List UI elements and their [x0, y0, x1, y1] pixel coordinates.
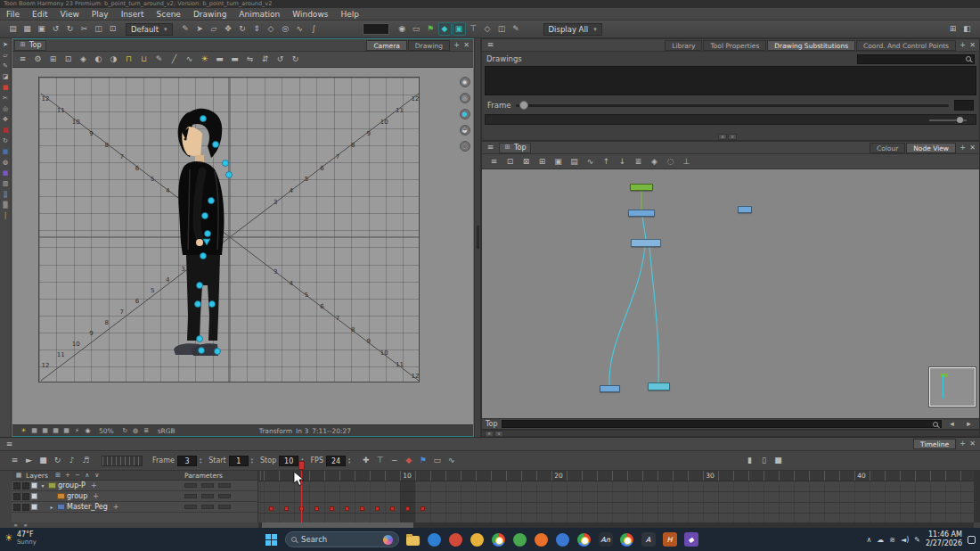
colour-picker-icon[interactable]: ◍: [1, 158, 11, 168]
control-point[interactable]: [215, 349, 221, 355]
control-point[interactable]: [200, 116, 207, 122]
marker-blue-icon[interactable]: ⚑: [416, 454, 429, 467]
volume-icon[interactable]: ◄): [901, 536, 909, 544]
rotate-cw-icon[interactable]: ↻: [289, 53, 302, 66]
group-nodes-icon[interactable]: ▣: [551, 155, 565, 169]
view-label-tab[interactable]: ⊞ Top: [499, 143, 531, 153]
camera-icon[interactable]: ▦: [14, 471, 23, 480]
frame-ruler[interactable]: 10203040: [258, 471, 974, 481]
translate-tool-icon[interactable]: ✥: [222, 22, 235, 36]
node-master-peg[interactable]: [631, 239, 661, 247]
timeline-vscrollbar[interactable]: [974, 471, 980, 522]
parameter-slot[interactable]: [184, 505, 197, 509]
globe-icon[interactable]: ◍: [131, 426, 141, 436]
control-point[interactable]: [223, 160, 229, 167]
thumbnail-size-knob[interactable]: [957, 117, 963, 123]
layer-onion-icon[interactable]: [22, 493, 29, 500]
transform-tool-icon[interactable]: ▱: [208, 22, 221, 36]
camera-viewport[interactable]: 1212121211111111101010109999888877776666…: [12, 68, 473, 424]
character-drawing[interactable]: [170, 107, 241, 366]
marker-red-icon[interactable]: ◆: [402, 454, 415, 467]
onion-range-icon[interactable]: ▭: [430, 454, 444, 467]
panel-menu-icon[interactable]: ≡: [484, 141, 497, 154]
hand-tool-icon[interactable]: ✥: [1, 115, 11, 125]
menu-icon[interactable]: ≡: [8, 454, 21, 467]
harmony-icon[interactable]: ◆: [683, 532, 698, 547]
delete-layer-icon[interactable]: −: [388, 454, 401, 467]
layer-lock-icon[interactable]: [13, 482, 20, 489]
show-functions-icon[interactable]: ⊞: [53, 471, 62, 480]
hidden-icons-chevron[interactable]: ∧: [866, 536, 871, 544]
close-view-button[interactable]: ✕: [461, 40, 471, 50]
backdrop-icon[interactable]: ▤: [568, 155, 581, 169]
brush-tool-icon[interactable]: ✎: [1, 62, 11, 71]
ruler-icon[interactable]: │: [1, 211, 11, 221]
control-point[interactable]: [213, 142, 219, 148]
start-button[interactable]: [264, 532, 279, 547]
frame-value-box[interactable]: [954, 100, 974, 111]
add-view-button[interactable]: +: [958, 143, 968, 152]
layer-onion-icon[interactable]: [22, 504, 29, 511]
parameter-slot[interactable]: [201, 494, 214, 498]
menu-animation[interactable]: Animation: [233, 10, 286, 19]
zoom-level[interactable]: 50%: [99, 427, 114, 435]
collapse-down-button[interactable]: ∨: [494, 431, 503, 437]
volume-toggle[interactable]: ♬: [79, 454, 93, 467]
fps-stepper[interactable]: ▴▾: [348, 457, 350, 465]
paste-icon[interactable]: ⊡: [106, 22, 119, 36]
cut-icon[interactable]: ✂: [78, 22, 91, 36]
panel-menu-icon[interactable]: ≡: [484, 38, 497, 52]
layer-name[interactable]: group: [67, 492, 87, 500]
center-pivot-icon[interactable]: ◎: [279, 22, 292, 36]
lock-flat-icon[interactable]: ⊔: [137, 53, 151, 66]
layer-row-master-peg[interactable]: ▸Master_Peg+: [12, 502, 257, 513]
tab-node-view[interactable]: Node View: [906, 143, 956, 153]
play-button[interactable]: ►: [22, 454, 36, 467]
node-search-input[interactable]: [502, 420, 943, 428]
stop-value-box[interactable]: 10: [279, 456, 298, 466]
thumbnails-icon[interactable]: ▯: [757, 454, 771, 467]
copilot-icon[interactable]: [383, 535, 393, 545]
layer-expander[interactable]: ▾: [39, 482, 46, 489]
add-parameter-button[interactable]: +: [93, 492, 99, 500]
edge-icon[interactable]: [427, 532, 442, 547]
layer-row-group[interactable]: group+: [12, 491, 257, 502]
parameter-slot[interactable]: [218, 505, 231, 509]
transform-tool-icon[interactable]: ▱: [1, 51, 11, 61]
keyframe-marker[interactable]: [345, 506, 349, 511]
rotate-ccw-icon[interactable]: ↺: [274, 53, 287, 66]
keyframe-marker[interactable]: [284, 506, 289, 511]
thumb-c-icon[interactable]: ▦: [51, 426, 61, 436]
add-view-button[interactable]: +: [958, 40, 968, 50]
node-drawing-b[interactable]: [648, 382, 670, 391]
cable-3[interactable]: [609, 247, 645, 385]
collapse-up-button[interactable]: ∧: [718, 134, 727, 140]
start-value-box[interactable]: 1: [229, 456, 249, 466]
close-view-button[interactable]: ✕: [968, 440, 977, 449]
onion-skin-range-widget[interactable]: [102, 456, 143, 466]
control-point[interactable]: [197, 283, 203, 289]
eye-icon[interactable]: ◉: [83, 426, 93, 436]
flip-vertical-icon[interactable]: ⇵: [258, 53, 272, 66]
app-yellow-icon[interactable]: [470, 532, 485, 547]
cable-2[interactable]: [642, 217, 646, 239]
onion-prev-icon[interactable]: ◐: [92, 53, 105, 66]
add-parameter-button[interactable]: +: [91, 481, 97, 489]
copy-icon[interactable]: ◫: [92, 22, 105, 36]
tab-drawing-substitutions[interactable]: Drawing Substitutions: [767, 40, 855, 51]
remove-layer-button[interactable]: −: [73, 471, 82, 480]
grid-icon[interactable]: ⊞: [46, 53, 60, 66]
search-node-icon[interactable]: ◌: [664, 155, 677, 169]
nav-forward-icon[interactable]: ▸: [962, 417, 976, 431]
app-green-icon[interactable]: [512, 532, 527, 547]
workspace-icon[interactable]: ⊞: [946, 22, 960, 36]
navigate-down-icon[interactable]: ↓: [616, 155, 629, 169]
onion-skin-icon[interactable]: ◉: [396, 22, 409, 36]
line-icon[interactable]: ╱: [167, 53, 181, 66]
control-point[interactable]: [195, 301, 201, 308]
save-icon[interactable]: ▣: [35, 22, 48, 36]
add-keyframe-icon[interactable]: ◇: [481, 22, 494, 36]
node-graph-canvas[interactable]: [482, 169, 979, 418]
app-an-icon[interactable]: An: [598, 532, 613, 547]
select-tool-icon[interactable]: ➤: [193, 22, 207, 36]
